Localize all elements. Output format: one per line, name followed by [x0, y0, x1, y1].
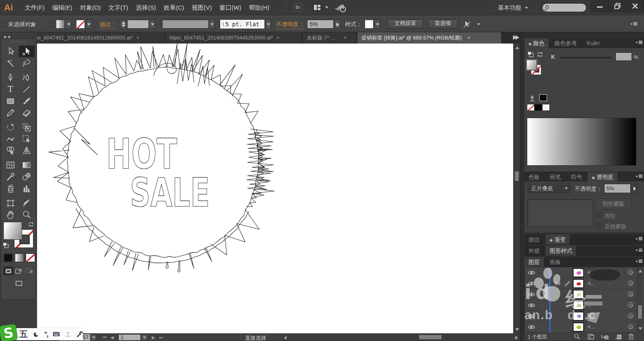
document-setup-button[interactable]: 文档设置	[388, 19, 423, 29]
controlbar-grip[interactable]	[1, 19, 3, 30]
draw-inside-button[interactable]	[24, 266, 35, 275]
eraser-tool[interactable]	[19, 107, 35, 119]
opacity-panel-link[interactable]: 不透明度：	[276, 21, 304, 29]
perspective-grid-tool[interactable]	[19, 145, 35, 156]
ime-sogou-logo[interactable]: S	[0, 324, 18, 341]
controlbar-menu-icon[interactable]	[630, 22, 637, 26]
stroke-weight-field[interactable]	[127, 20, 149, 29]
color-swap-icon[interactable]	[537, 51, 543, 58]
ime-punctuation-icon[interactable]: °,	[44, 330, 48, 339]
fill-swatch-dropdown[interactable]	[66, 20, 72, 29]
lasso-tool[interactable]	[19, 57, 35, 69]
black-swatch[interactable]	[535, 104, 542, 111]
appearance-panel-menu-icon[interactable]	[636, 248, 642, 252]
stroke-swatch-dropdown[interactable]	[86, 20, 92, 29]
cs-live-icon[interactable]	[333, 3, 347, 13]
layer-6-eye-toggle[interactable]	[525, 322, 539, 333]
opacity-field[interactable]: 5%	[307, 20, 334, 29]
ime-user-icon[interactable]	[65, 330, 71, 338]
ime-keyboard-icon[interactable]	[53, 331, 60, 338]
artboard-dropdown[interactable]	[141, 334, 148, 341]
width-profile-preview[interactable]	[162, 20, 209, 29]
no-selection-caret[interactable]	[477, 23, 480, 25]
search-input[interactable]	[542, 3, 586, 12]
layer-6-lock-toggle[interactable]	[539, 322, 549, 333]
menu-effect[interactable]: 效果(C)	[160, 0, 188, 15]
transparency-opacity-field[interactable]: 5%	[604, 184, 631, 193]
artboard-number-field[interactable]: 1	[118, 334, 141, 341]
layer-6-thumbnail[interactable]	[573, 322, 584, 332]
minimize-button[interactable]	[591, 0, 609, 12]
menu-type[interactable]: 文字(T)	[105, 0, 132, 15]
free-transform-tool[interactable]	[19, 133, 35, 145]
menu-file[interactable]: 文件(F)	[21, 0, 48, 15]
tab-gradient[interactable]: ◆渐变	[545, 235, 570, 244]
shift-color-icon[interactable]	[528, 95, 536, 102]
canvas[interactable]: HOT SALE	[37, 44, 513, 334]
vertical-scrollbar[interactable]	[513, 44, 520, 334]
doc-tab-1-close-icon[interactable]: ×	[136, 32, 139, 44]
transparency-panel-menu-icon[interactable]	[636, 175, 642, 179]
locate-object-icon[interactable]	[574, 333, 580, 340]
tab-transparency[interactable]: ◆透明度	[588, 172, 617, 182]
clipping-mask-icon[interactable]	[587, 333, 594, 340]
ai-logo[interactable]: Ai	[4, 2, 13, 13]
doc-tab-4[interactable]: 促销标签 [转换].ai* @ 689.57% (RGB/轮廓)×	[357, 32, 502, 44]
close-button[interactable]	[626, 0, 644, 12]
stroke-color-swatch[interactable]	[76, 20, 85, 29]
tab-artboards[interactable]: 画板	[545, 257, 565, 267]
width-tool[interactable]	[2, 133, 19, 145]
swap-fill-stroke-icon[interactable]	[28, 221, 34, 227]
type-tool[interactable]: T	[2, 83, 19, 95]
white-swatch[interactable]	[542, 104, 550, 111]
default-fill-stroke-icon[interactable]	[3, 242, 9, 248]
layers-scroll-up-icon[interactable]	[638, 270, 642, 272]
tools-panel-grip[interactable]	[11, 40, 27, 43]
scroll-right-icon[interactable]	[515, 336, 518, 340]
paint-color-button[interactable]	[3, 253, 13, 262]
layer-4-target-icon[interactable]	[628, 302, 633, 308]
zoom-tool[interactable]	[19, 209, 35, 220]
tab-kuler[interactable]: Kuler	[583, 38, 604, 48]
doc-tab-3-close-icon[interactable]: ×	[344, 32, 347, 44]
paintbrush-tool[interactable]	[19, 95, 35, 107]
layers-scroll-thumb[interactable]	[638, 305, 642, 319]
new-sublayer-icon[interactable]	[601, 333, 609, 340]
new-layer-icon[interactable]	[615, 333, 622, 340]
column-graph-tool[interactable]	[19, 183, 35, 194]
selection-tool[interactable]	[2, 46, 19, 57]
layer-5-target-icon[interactable]	[628, 313, 633, 318]
doc-tab-2[interactable]: Nipic_8047451_20140816075445263000.ai*×	[165, 32, 302, 44]
width-profile-dropdown[interactable]	[209, 20, 215, 29]
delete-layer-icon[interactable]	[628, 333, 634, 340]
preferences-button[interactable]: 首选项	[428, 19, 458, 29]
scroll-left-icon[interactable]	[284, 336, 287, 340]
fill-proxy-swatch[interactable]	[4, 222, 22, 239]
tab-swatches[interactable]: 色板	[524, 172, 544, 182]
arrange-documents-button[interactable]	[313, 4, 328, 11]
rectangle-tool[interactable]	[2, 95, 19, 107]
last-color-swatch[interactable]	[539, 94, 547, 101]
pencil-tool[interactable]	[2, 107, 19, 119]
layer-2-target-icon[interactable]	[628, 281, 633, 286]
menu-select[interactable]: 选择(S)	[132, 0, 160, 15]
brush-definition-field[interactable]: 5 pt. Flat	[220, 19, 265, 29]
mini-fill-stroke-icon[interactable]	[527, 51, 534, 58]
doc-tab-4-close-icon[interactable]: ×	[467, 32, 470, 44]
rotate-tool[interactable]	[2, 121, 19, 133]
doc-tab-2-close-icon[interactable]: ×	[277, 32, 279, 44]
tab-stroke[interactable]: 描边	[524, 235, 544, 244]
shape-builder-tool[interactable]	[2, 145, 19, 156]
layer-1-target-icon[interactable]	[628, 270, 633, 275]
draw-behind-button[interactable]	[14, 266, 24, 275]
tab-graphic-styles[interactable]: 图形样式	[545, 246, 576, 256]
draw-normal-button[interactable]	[3, 266, 14, 275]
menu-object[interactable]: 对象(O)	[76, 0, 105, 15]
k-channel-slider[interactable]	[560, 57, 611, 59]
magic-wand-tool[interactable]	[2, 57, 19, 69]
ime-wubi-label[interactable]: 五	[19, 329, 28, 340]
grayscale-ramp[interactable]	[527, 118, 636, 166]
tab-overflow-icon[interactable]: ▶▶	[513, 33, 518, 41]
brush-definition-dropdown[interactable]	[265, 19, 271, 29]
tab-layers[interactable]: 图层	[524, 257, 544, 267]
